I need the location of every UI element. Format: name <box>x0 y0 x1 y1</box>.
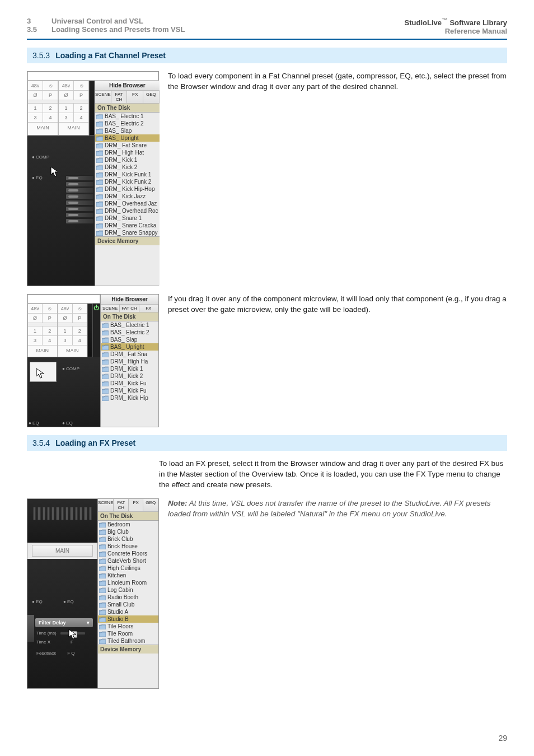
subsection-title: Loading a Fat Channel Preset <box>55 51 166 60</box>
list-item[interactable]: DRM_ Overhead Jaz <box>95 200 160 207</box>
list-item[interactable]: DRM_ Kick Hip-Hop <box>95 185 160 193</box>
list-item[interactable]: Bedroom <box>98 521 158 528</box>
note-body: At this time, VSL does not transfer the … <box>168 499 491 518</box>
tab-fx[interactable]: FX <box>127 91 143 103</box>
drag-cursor-icon <box>68 628 79 642</box>
list-item[interactable]: DRM_ Kick Hip <box>101 394 158 402</box>
list-item[interactable]: DRM_ Kick 2 <box>95 164 160 171</box>
list-item[interactable]: Linoleum Room <box>98 579 158 586</box>
trademark: ™ <box>442 17 448 24</box>
list-item[interactable]: High Ceilings <box>98 564 158 572</box>
list-item[interactable]: DRM_ Fat Snare <box>95 142 160 149</box>
list-item[interactable]: Studio A <box>98 608 158 615</box>
list-item[interactable]: Radio Booth <box>98 594 158 601</box>
list-item[interactable]: DRM_ Overhead Roc <box>95 207 160 214</box>
list-item[interactable]: DRM_ Kick Funk 1 <box>95 171 160 178</box>
list-item[interactable]: DRM_ Kick Jazz <box>95 193 160 200</box>
note-paragraph: Note: At this time, VSL does not transfe… <box>168 498 507 689</box>
list-item[interactable]: BAS_ Upright <box>95 134 160 142</box>
tab-fx[interactable]: FX <box>129 499 144 511</box>
aux-sends <box>65 136 95 286</box>
tab-scene[interactable]: SCENE <box>98 499 114 511</box>
product-suffix: Software Library <box>448 18 507 27</box>
drag-cursor-icon <box>50 166 61 179</box>
list-item[interactable]: Kitchen <box>98 572 158 579</box>
chapter-title: Universal Control and VSL <box>51 17 143 25</box>
list-item[interactable]: DRM_ Kick Fu <box>101 380 158 387</box>
main-button[interactable]: MAIN <box>32 545 93 557</box>
list-item[interactable]: Concrete Floors <box>98 550 158 557</box>
tab-fatch[interactable]: FAT CH <box>111 91 128 103</box>
subsection-bar-354: 3.5.4Loading an FX Preset <box>27 435 507 451</box>
list-item[interactable]: DRM_ Kick 1 <box>95 156 160 164</box>
section-title: Loading Scenes and Presets from VSL <box>51 25 185 34</box>
browser-panel: Hide Browser SCENE FAT CH FX GEQ On The … <box>95 81 160 286</box>
list-item[interactable]: Studio B <box>98 615 158 623</box>
list-item[interactable]: GateVerb Short <box>98 557 158 564</box>
list-item[interactable]: DRM_ Snare 1 <box>95 214 160 222</box>
list-item[interactable]: Big Club <box>98 528 158 535</box>
list-item[interactable]: DRM_ Kick Fu <box>101 387 158 394</box>
on-the-disk-label: On The Disk <box>98 512 158 521</box>
page-number: 29 <box>498 734 507 743</box>
chapter-number: 3 <box>27 17 51 25</box>
list-item[interactable]: DRM_ Snare Cracka <box>95 222 160 229</box>
preset-list[interactable]: BedroomBig ClubBrick ClubBrick HouseConc… <box>98 521 158 645</box>
list-item[interactable]: Tile Floors <box>98 623 158 630</box>
list-item[interactable]: BAS_ Electric 2 <box>95 120 160 127</box>
para-microview-load: If you drag it over any of the component… <box>168 294 507 427</box>
subsection-bar-353: 3.5.3Loading a Fat Channel Preset <box>27 48 507 63</box>
list-item[interactable]: DRM_ Kick 1 <box>101 365 158 372</box>
list-item[interactable]: BAS_ Electric 1 <box>101 321 158 329</box>
list-item[interactable]: BAS_ Slap <box>95 127 160 134</box>
browser-panel: SCENE FAT CH FX GEQ On The Disk BedroomB… <box>97 499 158 688</box>
fx-type-dropdown[interactable]: Filter Delay▾ <box>35 618 93 627</box>
screenshot-microview-drag: 48v⎋ ØP 12 34 MAIN 48v⎋ ØP 12 34 MAIN <box>27 294 159 427</box>
list-item[interactable]: Brick Club <box>98 535 158 543</box>
chevron-down-icon: ▾ <box>87 620 90 626</box>
section-number: 3.5 <box>27 25 51 34</box>
list-item[interactable]: Tiled Bathroom <box>98 637 158 645</box>
subsection-number: 3.5.4 <box>32 438 50 447</box>
list-item[interactable]: DRM_ Kick Funk 2 <box>95 178 160 185</box>
subsection-number: 3.5.3 <box>32 51 50 60</box>
tab-geq[interactable]: GEQ <box>143 499 158 511</box>
tab-fx[interactable]: FX <box>139 305 158 312</box>
browser-title[interactable]: Hide Browser <box>95 81 160 91</box>
browser-title[interactable]: Hide Browser <box>101 295 158 305</box>
tab-fatch[interactable]: FAT CH <box>120 305 139 312</box>
list-item[interactable]: DRM_ Kick 2 <box>101 372 158 380</box>
preset-list[interactable]: BAS_ Electric 1BAS_ Electric 2BAS_ SlapB… <box>95 113 160 236</box>
preset-list[interactable]: BAS_ Electric 1BAS_ Electric 2BAS_ SlapB… <box>101 321 158 402</box>
list-item[interactable]: BAS_ Slap <box>101 336 158 343</box>
list-item[interactable]: DRM_ High Ha <box>101 358 158 365</box>
list-item[interactable]: DRM_ High Hat <box>95 149 160 156</box>
para-fatchannel-load: To load every component in a Fat Channel… <box>168 71 507 286</box>
browser-tabs: SCENE FAT CH FX GEQ <box>95 91 160 104</box>
screenshot-fatchannel-drag: 48v⎋ ØP 12 34 MAIN 48v⎋ ØP 12 34 <box>27 71 159 286</box>
list-item[interactable]: BAS_ Electric 2 <box>101 329 158 336</box>
list-item[interactable]: DRM_ Fat Sna <box>101 351 158 358</box>
master-meters <box>27 499 97 543</box>
page-header: 3Universal Control and VSL 3.5Loading Sc… <box>27 17 507 35</box>
list-item[interactable]: Log Cabin <box>98 586 158 594</box>
on-the-disk-label: On The Disk <box>101 312 158 321</box>
tab-scene[interactable]: SCENE <box>101 305 120 312</box>
drag-cursor-icon <box>35 367 46 381</box>
browser-panel: Hide Browser SCENE FAT CH FX On The Disk… <box>100 295 158 427</box>
list-item[interactable]: Tile Room <box>98 630 158 637</box>
device-memory-label: Device Memory <box>95 236 160 245</box>
note-label: Note: <box>168 499 188 507</box>
on-the-disk-label: On The Disk <box>95 104 160 113</box>
device-memory-label: Device Memory <box>98 645 158 654</box>
list-item[interactable]: Small Club <box>98 601 158 608</box>
list-item[interactable]: Brick House <box>98 543 158 550</box>
tab-geq[interactable]: GEQ <box>143 91 160 103</box>
subsection-title: Loading an FX Preset <box>55 438 135 447</box>
tab-fatch[interactable]: FAT CH <box>114 499 129 511</box>
list-item[interactable]: DRM_ Snare Snappy <box>95 229 160 236</box>
list-item[interactable]: BAS_ Upright <box>101 343 158 351</box>
list-item[interactable]: BAS_ Electric 1 <box>95 113 160 120</box>
reference-manual-label: Reference Manual <box>405 27 507 35</box>
tab-scene[interactable]: SCENE <box>95 91 111 103</box>
